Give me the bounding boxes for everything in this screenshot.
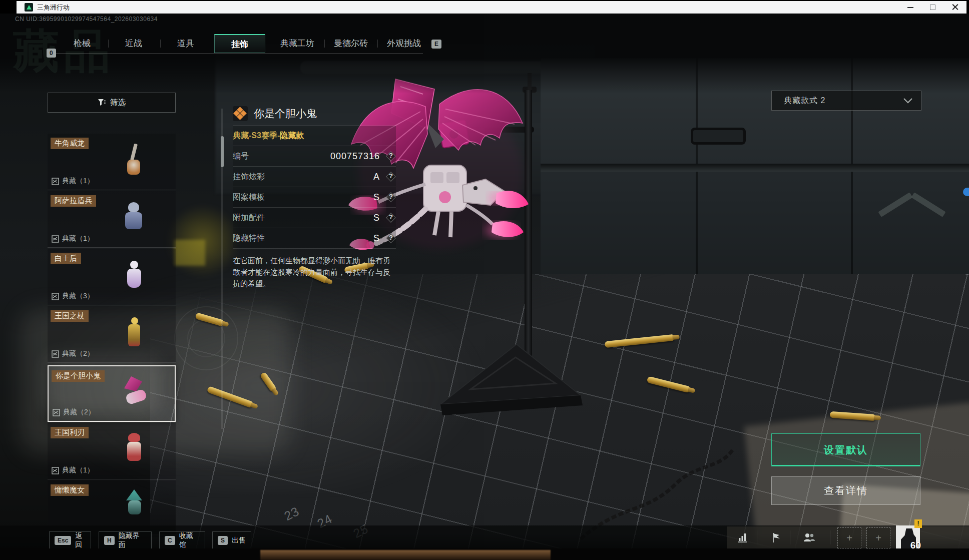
tab-left-badge: 0 — [47, 49, 56, 58]
detail-row-accessory: 附加配件 S ? — [233, 207, 396, 228]
background-window-sliver — [260, 550, 551, 560]
party-button[interactable] — [802, 530, 817, 545]
c-key-badge: C — [165, 536, 175, 545]
detail-row-serial: 编号 000757316 ? — [233, 146, 396, 166]
collection-card-icon — [52, 178, 59, 185]
player-avatar[interactable]: 60 ! — [896, 525, 920, 548]
funnel-icon — [98, 99, 106, 107]
crate-handle — [691, 128, 746, 145]
h-key-badge: H — [104, 536, 115, 545]
tab-melee[interactable]: 近战 — [111, 34, 157, 53]
season-row: 典藏-S3赛季-隐藏款 — [233, 126, 396, 146]
collection-card-icon — [52, 235, 59, 243]
crate-chevron-icon — [878, 192, 912, 217]
help-icon[interactable]: ? — [386, 233, 396, 243]
warning-badge: ! — [914, 519, 922, 528]
collection-card-icon — [52, 350, 59, 358]
tab-items[interactable]: 道具 — [163, 34, 209, 53]
tab-guns[interactable]: 枪械 — [59, 34, 105, 53]
hidden-variant-label: 隐藏款 — [280, 131, 304, 141]
charm-description: 在它面前，任何生物都显得渺小而无助，唯有勇敢者才能在这股寒冷的力量面前，寻找生存… — [233, 248, 396, 289]
minimize-button[interactable] — [899, 1, 921, 14]
window-title: 三角洲行动 — [37, 3, 70, 12]
chevron-down-icon — [903, 98, 913, 104]
stats-button[interactable] — [735, 530, 750, 545]
filter-button[interactable]: 筛选 — [48, 93, 176, 113]
details-scrollbar-thumb[interactable] — [221, 136, 224, 167]
hotkey-hide-ui[interactable]: H 隐藏界面 — [99, 531, 152, 548]
invite-slot[interactable]: + — [866, 527, 890, 548]
maximize-button[interactable] — [921, 1, 944, 14]
invite-slot[interactable]: + — [837, 527, 861, 548]
collection-card-icon — [53, 409, 60, 416]
charm-thumbnail — [111, 374, 161, 415]
charm-thumbnail — [110, 142, 160, 183]
help-icon[interactable]: ? — [386, 172, 396, 182]
desktop-strip — [0, 548, 969, 560]
list-item-charm[interactable]: 牛角威龙 典藏（1） — [48, 134, 176, 190]
detail-row-colorway: 挂饰炫彩 A ? — [233, 166, 396, 187]
charm-thumbnail — [110, 314, 160, 355]
view-details-button[interactable]: 查看详情 — [771, 476, 920, 505]
charm-title: 你是个胆小鬼 — [254, 107, 317, 121]
season-label: 典藏-S3赛季- — [233, 131, 280, 141]
delta-force-logo-icon — [25, 3, 33, 12]
bar-chart-icon — [737, 532, 748, 543]
party-members-icon — [803, 532, 816, 543]
charm-thumbnail — [110, 199, 160, 240]
charm-thumbnail — [110, 488, 160, 529]
minimize-icon — [907, 7, 913, 8]
close-icon — [952, 4, 958, 11]
tab-collection-workshop[interactable]: 典藏工坊 — [273, 34, 322, 53]
tab-mandel-brick[interactable]: 曼德尔砖 — [326, 34, 375, 53]
os-titlebar: 三角洲行动 — [17, 1, 966, 14]
help-icon[interactable]: ? — [386, 213, 396, 223]
report-button[interactable] — [769, 530, 784, 545]
detail-row-pattern: 图案模板 S ? — [233, 187, 396, 207]
hotkey-back[interactable]: Esc 返回 — [49, 531, 91, 548]
tab-appearance-challenge[interactable]: 外观挑战 — [379, 34, 428, 53]
player-level: 60 — [910, 540, 921, 548]
close-button[interactable] — [944, 1, 966, 14]
maximize-icon — [930, 5, 935, 10]
collection-style-dropdown[interactable]: 典藏款式 2 — [771, 91, 921, 111]
list-item-charm[interactable]: 阿萨拉盾兵 典藏（1） — [48, 191, 176, 248]
faint-emblem — [174, 306, 238, 370]
esc-key-badge: Esc — [55, 536, 71, 545]
charm-thumbnail — [110, 257, 160, 298]
filter-label: 筛选 — [110, 98, 126, 108]
charm-list-sidebar: 筛选 牛角威龙 典藏（1） 阿萨拉盾兵 典藏（1） 白王后 — [48, 93, 176, 534]
app-window: 三角洲行动 23 24 25 — [0, 0, 969, 560]
collection-card-icon — [52, 467, 59, 474]
charm-details-panel: 你是个胆小鬼 典藏-S3赛季-隐藏款 编号 000757316 ? 挂饰炫彩 A… — [233, 105, 396, 289]
list-item-charm[interactable]: 王国利刃 典藏（1） — [48, 423, 176, 479]
list-item-charm-selected[interactable]: 你是个胆小鬼 典藏（2） — [48, 365, 176, 422]
uid-text: CN UID:36959901029974547564_202603030634 — [15, 16, 158, 23]
help-icon[interactable]: ? — [386, 192, 396, 202]
list-item-charm[interactable]: 白王后 典藏（3） — [48, 249, 176, 305]
social-bar: 1 + + 60 ! — [727, 526, 969, 548]
collection-gem-icon — [233, 106, 248, 121]
tab-charms[interactable]: 挂饰 — [214, 34, 265, 53]
flag-icon — [771, 532, 781, 543]
set-default-button[interactable]: 设置默认 — [771, 433, 920, 466]
tab-cycle-hotkey: E — [431, 40, 441, 49]
hotkey-sell[interactable]: S 出售 — [212, 531, 251, 548]
hotkey-collection-hall[interactable]: C 收藏馆 — [159, 531, 205, 548]
collection-card-icon — [52, 293, 59, 300]
s-key-badge: S — [218, 536, 228, 545]
charm-thumbnail — [110, 431, 160, 472]
detail-row-hidden-trait: 隐藏特性 S ? — [233, 228, 396, 248]
dropdown-value: 典藏款式 2 — [784, 96, 825, 106]
list-item-charm[interactable]: 王国之杖 典藏（2） — [48, 306, 176, 363]
game-viewport: 23 24 25 — [0, 14, 969, 548]
help-icon[interactable]: ? — [386, 151, 396, 161]
edge-notification-dot[interactable] — [963, 188, 969, 196]
